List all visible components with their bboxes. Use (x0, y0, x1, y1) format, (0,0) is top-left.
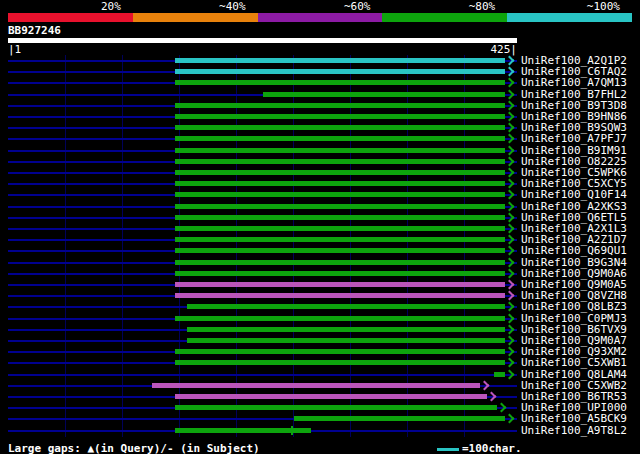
alignment-bar[interactable] (175, 114, 505, 119)
hit-label[interactable]: UniRef100_A7QM13 (521, 77, 627, 88)
alignment-bar[interactable] (175, 293, 505, 298)
arrowhead-icon (496, 403, 506, 413)
arrowhead-icon (505, 302, 515, 312)
arrowhead-icon (505, 123, 515, 133)
gaps-legend: Large gaps: ▲(in Query)/- (in Subject) (8, 442, 260, 454)
key-label-60: ~60% (258, 1, 383, 12)
alignment-bar[interactable] (175, 215, 505, 220)
blast-graphic-overview: 20% ~40% ~60% ~80% ~100% BB927246 |1 425… (0, 0, 640, 454)
arrowhead-icon (505, 336, 515, 346)
alignment-bar[interactable] (175, 248, 505, 253)
hit-row: UniRef100_Q10F14 (0, 189, 640, 200)
arrowhead-icon (505, 224, 515, 234)
hit-row: UniRef100_A9T8L2 (0, 425, 640, 436)
alignment-bar[interactable] (187, 327, 505, 332)
hit-label[interactable]: UniRef100_Q8LBZ3 (521, 301, 627, 312)
hit-row: UniRef100_Q8LBZ3 (0, 301, 640, 312)
query-name: BB927246 (8, 24, 61, 37)
alignment-bar[interactable] (175, 349, 505, 354)
gap-marker (291, 426, 293, 435)
arrowhead-icon (505, 190, 515, 200)
hit-baseline (8, 374, 517, 376)
alignment-bar[interactable] (175, 181, 505, 186)
alignment-bar[interactable] (187, 304, 505, 309)
alignment-bar[interactable] (175, 80, 505, 85)
alignment-bar[interactable] (175, 271, 505, 276)
key-segment-60 (258, 13, 383, 22)
arrowhead-icon (505, 56, 515, 66)
arrowhead-icon (479, 381, 489, 391)
arrowhead-icon (505, 258, 515, 268)
ruler-end-label: 425| (491, 44, 518, 55)
arrowhead-icon (505, 202, 515, 212)
key-segment-20 (8, 13, 133, 22)
arrowhead-icon (505, 67, 515, 77)
arrowhead-icon (505, 358, 515, 368)
key-segment-100 (507, 13, 632, 22)
hit-row: UniRef100_C5XWB1 (0, 357, 640, 368)
alignment-bar[interactable] (187, 338, 505, 343)
key-segment-40 (133, 13, 258, 22)
alignment-bar[interactable] (175, 125, 505, 130)
alignment-bar[interactable] (175, 136, 505, 141)
alignment-bar[interactable] (175, 237, 505, 242)
alignment-bar[interactable] (175, 405, 497, 410)
alignment-bar[interactable] (175, 428, 311, 433)
scale-legend: =100char. (437, 442, 522, 454)
alignment-bar[interactable] (175, 170, 505, 175)
arrowhead-icon (505, 314, 515, 324)
alignment-bar[interactable] (175, 316, 505, 321)
arrowhead-icon (505, 370, 515, 380)
alignment-bar[interactable] (175, 394, 487, 399)
arrowhead-icon (505, 291, 515, 301)
scale-line-icon (437, 448, 459, 451)
hit-label[interactable]: UniRef100_Q10F14 (521, 189, 627, 200)
hit-label[interactable]: UniRef100_A5BCK9 (521, 413, 627, 424)
alignment-bar[interactable] (175, 192, 505, 197)
key-segment-80 (382, 13, 507, 22)
identity-key-bar (8, 13, 632, 22)
hits-plot: UniRef100_A2Q1P2UniRef100_C6TAQ2UniRef10… (0, 55, 640, 437)
alignment-bar[interactable] (175, 69, 505, 74)
hit-label[interactable]: UniRef100_C5XWB1 (521, 357, 627, 368)
alignment-bar[interactable] (263, 92, 505, 97)
arrowhead-icon (505, 325, 515, 335)
alignment-bar[interactable] (175, 204, 505, 209)
arrowhead-icon (505, 157, 515, 167)
alignment-bar[interactable] (175, 58, 505, 63)
hit-label[interactable]: UniRef100_Q69QU1 (521, 245, 627, 256)
arrowhead-icon (505, 246, 515, 256)
alignment-bar[interactable] (175, 159, 505, 164)
arrowhead-icon (505, 213, 515, 223)
key-label-80: ~80% (382, 1, 507, 12)
alignment-bar[interactable] (175, 103, 505, 108)
arrowhead-icon (487, 392, 497, 402)
arrowhead-icon (505, 269, 515, 279)
arrowhead-icon (505, 112, 515, 122)
arrowhead-icon (505, 347, 515, 357)
alignment-bar[interactable] (175, 360, 505, 365)
alignment-bar[interactable] (175, 282, 505, 287)
key-label-40: ~40% (133, 1, 258, 12)
alignment-bar[interactable] (175, 226, 505, 231)
arrowhead-icon (505, 90, 515, 100)
arrowhead-icon (505, 146, 515, 156)
hit-row: UniRef100_A7PFJ7 (0, 133, 640, 144)
scale-label: =100char. (462, 442, 522, 454)
alignment-bar[interactable] (175, 260, 505, 265)
alignment-bar[interactable] (494, 372, 505, 377)
ruler-start-label: |1 (8, 44, 21, 55)
arrowhead-icon (505, 78, 515, 88)
hit-row: UniRef100_A5BCK9 (0, 413, 640, 424)
hit-label[interactable]: UniRef100_A9T8L2 (521, 425, 627, 436)
alignment-bar[interactable] (152, 383, 480, 388)
alignment-bar[interactable] (294, 416, 505, 421)
arrowhead-icon (505, 414, 515, 424)
hit-label[interactable]: UniRef100_A7PFJ7 (521, 133, 627, 144)
hit-row: UniRef100_A7QM13 (0, 77, 640, 88)
alignment-bar[interactable] (175, 148, 505, 153)
query-ruler-bar (8, 38, 517, 43)
query-ruler-labels: |1 425| (8, 44, 517, 55)
arrowhead-icon (505, 235, 515, 245)
key-label-20: 20% (8, 1, 133, 12)
